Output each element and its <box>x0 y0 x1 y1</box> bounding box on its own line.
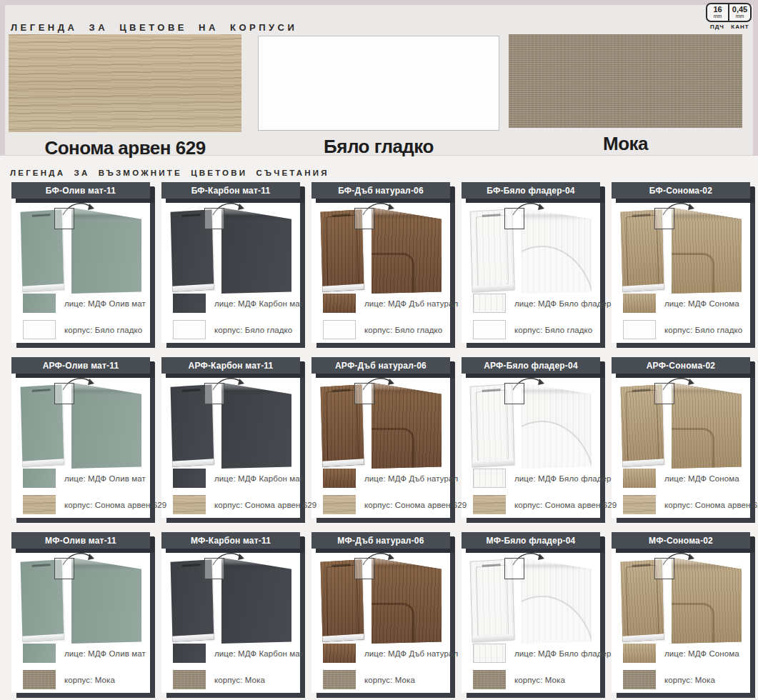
card-title: МФ-Олив мат-11 <box>45 536 116 546</box>
door-preview <box>311 554 450 644</box>
carcass-legend-row: корпус: Сонома арвен 629 <box>473 495 617 514</box>
magnifier-box-icon <box>354 208 374 229</box>
carcass-swatch-moka: Мока <box>509 34 742 155</box>
combo-card: БФ-Сонома-02 лице: МДФ Сонома корпус: Бя… <box>612 182 750 343</box>
carcass-swatch <box>623 670 656 689</box>
door-handle <box>332 389 351 392</box>
face-label: лице: МДФ Олив мат <box>64 649 146 658</box>
door-preview <box>612 379 750 469</box>
card-title-bar: АРФ-Сонома-02 <box>612 357 750 374</box>
magnifier-box-icon <box>54 383 74 404</box>
door-handle <box>482 389 501 392</box>
door-handle <box>182 564 201 567</box>
carcass-label: корпус: Мока <box>514 676 565 684</box>
card-title: АРФ-Сонома-02 <box>647 361 716 371</box>
face-label: лице: МДФ Карбон мат <box>214 649 304 658</box>
edge-band-thickness: 0,45 mm <box>728 4 750 21</box>
door-plinth <box>22 459 64 467</box>
face-legend-row: лице: МДФ Бяло фладер <box>473 469 612 488</box>
door-zoom-view <box>672 380 742 469</box>
carcass-swatch <box>323 670 356 689</box>
white-texture-swatch <box>258 36 499 131</box>
carcass-label: корпус: Бяло гладко <box>514 326 592 334</box>
face-legend-row: лице: МДФ Олив мат <box>23 294 146 313</box>
face-legend-row: лице: МДФ Дъб натурал <box>323 294 458 313</box>
combo-card: МФ-Бяло фладер-04 лице: МДФ Бяло фладер … <box>462 532 600 693</box>
door-plinth <box>22 634 64 642</box>
badge-captions: ПДЧ КАНТ <box>706 24 752 30</box>
card-title-bar: АРФ-Карбон мат-11 <box>161 357 300 374</box>
combo-card: АРФ-Карбон мат-11 лице: МДФ Карбон мат к… <box>161 357 300 518</box>
door-handle <box>632 389 651 392</box>
face-legend-row: лице: МДФ Сонома <box>623 644 739 663</box>
carcass-swatch-white-smooth: Бяло гладко <box>258 36 499 158</box>
door-plinth <box>172 459 214 467</box>
card-title-bar: МФ-Олив мат-11 <box>11 532 150 549</box>
board-edge-badge: 16 mm 0,45 mm ПДЧ КАНТ <box>706 3 752 30</box>
door-handle <box>332 564 351 567</box>
combo-card: АРФ-Дъб натурал-06 лице: МДФ Дъб натурал… <box>311 357 450 518</box>
face-swatch <box>323 294 356 313</box>
door-preview <box>612 554 750 644</box>
carcass-legend-row: корпус: Мока <box>23 670 115 689</box>
card-title: МФ-Сонома-02 <box>649 536 713 546</box>
face-swatch <box>23 469 56 488</box>
card-title: МФ-Карбон мат-11 <box>191 536 271 546</box>
magnifier-box-icon <box>54 558 74 579</box>
carcass-legend-row: корпус: Мока <box>173 670 265 689</box>
magnifier-box-icon <box>504 208 524 229</box>
carcass-legend-row: корпус: Сонома арвен 629 <box>323 495 467 514</box>
combo-card: АРФ-Сонома-02 лице: МДФ Сонома корпус: С… <box>612 357 750 518</box>
door-zoom-view <box>672 205 742 294</box>
carcass-label: корпус: Мока <box>664 676 715 684</box>
door-preview <box>462 379 600 469</box>
face-label: лице: МДФ Олив мат <box>64 474 146 483</box>
face-label: лице: МДФ Дъб натурал <box>364 649 458 658</box>
card-title-bar: АРФ-Олив мат-11 <box>11 357 150 374</box>
face-swatch <box>623 644 656 663</box>
carcass-label: корпус: Мока <box>64 676 115 684</box>
card-title: БФ-Бяло фладер-04 <box>487 186 574 196</box>
face-label: лице: МДФ Бяло фладер <box>514 649 612 658</box>
carcass-label: корпус: Бяло гладко <box>364 326 442 334</box>
door-handle <box>182 214 201 217</box>
card-title-bar: АРФ-Бяло фладер-04 <box>462 357 600 374</box>
door-preview <box>161 204 300 294</box>
swatch-label: Бяло гладко <box>258 136 499 158</box>
door-zoom-view <box>522 205 592 294</box>
carcass-swatch <box>623 320 656 339</box>
carcass-swatch <box>323 495 356 514</box>
carcass-label: корпус: Сонома арвен 629 <box>664 501 758 509</box>
face-swatch <box>23 294 56 313</box>
combo-card: АРФ-Олив мат-11 лице: МДФ Олив мат корпу… <box>11 357 150 518</box>
door-handle <box>632 564 651 567</box>
carcass-label: корпус: Сонома арвен 629 <box>214 501 316 509</box>
face-swatch <box>473 294 506 313</box>
face-swatch <box>23 644 56 663</box>
carcass-legend-row: корпус: Сонома арвен 629 <box>23 495 166 514</box>
face-legend-row: лице: МДФ Олив мат <box>23 644 146 663</box>
face-legend-row: лице: МДФ Карбон мат <box>173 644 304 663</box>
combo-card: МФ-Олив мат-11 лице: МДФ Олив мат корпус… <box>11 532 150 693</box>
carcass-label: корпус: Мока <box>364 676 415 684</box>
face-swatch <box>323 469 356 488</box>
door-handle <box>482 214 501 217</box>
door-zoom-view <box>672 555 742 644</box>
carcass-swatch <box>173 495 206 514</box>
carcass-label: корпус: Сонома арвен 629 <box>514 501 617 509</box>
face-legend-row: лице: МДФ Сонома <box>623 469 739 488</box>
combo-card: МФ-Сонома-02 лице: МДФ Сонома корпус: Мо… <box>612 532 750 693</box>
door-plinth <box>322 284 364 292</box>
face-label: лице: МДФ Сонома <box>664 474 739 483</box>
carcass-swatch <box>473 495 506 514</box>
carcass-legend-row: корпус: Сонома арвен 629 <box>623 495 758 514</box>
carcass-legend-row: корпус: Бяло гладко <box>173 320 292 339</box>
door-preview <box>161 554 300 644</box>
magnifier-box-icon <box>354 558 374 579</box>
door-preview <box>11 554 150 644</box>
combo-card: АРФ-Бяло фладер-04 лице: МДФ Бяло фладер… <box>462 357 600 518</box>
card-title-bar: МФ-Сонома-02 <box>612 532 750 549</box>
combo-card: БФ-Карбон мат-11 лице: МДФ Карбон мат ко… <box>161 182 300 343</box>
door-handle <box>482 564 501 567</box>
face-label: лице: МДФ Сонома <box>664 299 739 308</box>
